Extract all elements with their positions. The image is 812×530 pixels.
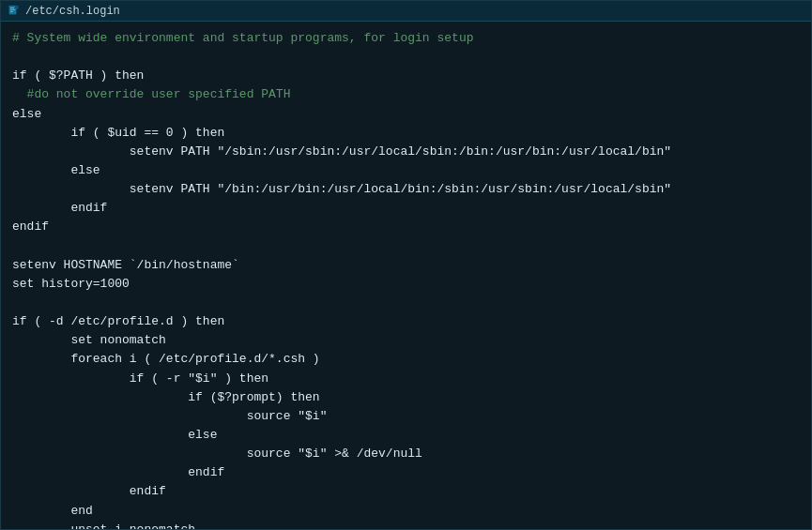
- code-content: # System wide environment and startup pr…: [1, 22, 811, 529]
- line-21: source "$i": [12, 407, 800, 426]
- line-17: set nonomatch: [12, 331, 800, 350]
- title-bar-text: /etc/csh.login: [25, 5, 120, 18]
- line-9: setenv PATH "/bin:/usr/bin:/usr/local/bi…: [12, 180, 800, 199]
- svg-rect-3: [10, 9, 15, 10]
- line-1: # System wide environment and startup pr…: [12, 29, 800, 48]
- line-14: set history=1000: [12, 275, 800, 294]
- svg-rect-4: [10, 11, 13, 12]
- line-12: [12, 237, 800, 256]
- line-18: foreach i ( /etc/profile.d/*.csh ): [12, 350, 800, 369]
- line-15: [12, 294, 800, 312]
- line-8: else: [12, 161, 800, 180]
- editor-window: /etc/csh.login # System wide environment…: [0, 0, 812, 530]
- svg-rect-1: [15, 6, 18, 8]
- line-2: [12, 48, 800, 67]
- line-20: if ($?prompt) then: [12, 388, 800, 407]
- line-7: setenv PATH "/sbin:/usr/sbin:/usr/local/…: [12, 143, 800, 161]
- title-bar: /etc/csh.login: [1, 1, 811, 22]
- line-13: setenv HOSTNAME `/bin/hostname`: [12, 256, 800, 275]
- line-27: unset i nonomatch: [12, 521, 800, 529]
- line-4: #do not override user specified PATH: [12, 85, 800, 104]
- line-5: else: [12, 105, 800, 124]
- line-11: endif: [12, 218, 800, 236]
- line-23: source "$i" >& /dev/null: [12, 445, 800, 463]
- svg-rect-2: [10, 8, 14, 8]
- line-19: if ( -r "$i" ) then: [12, 370, 800, 388]
- line-10: endif: [12, 199, 800, 218]
- line-16: if ( -d /etc/profile.d ) then: [12, 312, 800, 331]
- file-icon: [8, 6, 20, 17]
- line-26: end: [12, 502, 800, 521]
- line-6: if ( $uid == 0 ) then: [12, 124, 800, 143]
- line-24: endif: [12, 463, 800, 482]
- line-25: endif: [12, 482, 800, 501]
- line-22: else: [12, 426, 800, 445]
- line-3: if ( $?PATH ) then: [12, 67, 800, 85]
